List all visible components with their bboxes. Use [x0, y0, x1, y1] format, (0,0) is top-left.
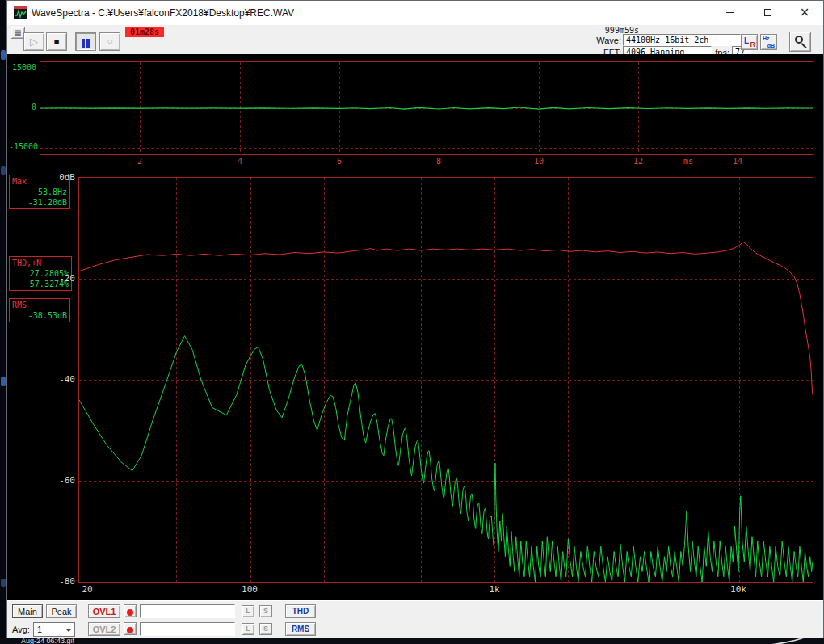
desktop-background: WaveSpectra - C:¥Users¥falconFX2018¥Desk…	[0, 0, 824, 644]
rms-label: RMS	[12, 300, 67, 310]
waveform-plot	[40, 61, 813, 155]
grid-icon: ▦	[14, 28, 21, 37]
red-dot-icon	[127, 609, 133, 616]
magnifier-icon	[790, 32, 810, 51]
waveform-y-label: -15000	[9, 142, 36, 151]
play-button[interactable]: ▷	[23, 32, 44, 51]
waveform-x-tick: 6	[331, 157, 347, 166]
wave-label: Wave:	[591, 36, 621, 45]
waveform-x-tick: 14	[729, 157, 746, 166]
spectrum-y-label: -60	[40, 475, 75, 486]
display-area: 15000 0 -15000 2 4 6 8 10 12 14 ms Max 5…	[7, 54, 823, 600]
rms-readout: RMS -38.53dB	[9, 298, 70, 322]
rms-button[interactable]: RMS	[285, 622, 316, 636]
close-button[interactable]: ×	[786, 1, 823, 24]
settings-button[interactable]	[789, 32, 811, 52]
channel-l-icon: L	[744, 36, 749, 45]
spectrum-x-tick: 20	[75, 584, 99, 595]
thd-button[interactable]: THD	[285, 604, 316, 618]
max-frequency-value: 53.8Hz	[12, 187, 67, 197]
avg-value: 1	[37, 625, 42, 634]
spectrum-y-label: -20	[40, 273, 75, 284]
waveform-panel: 15000 0 -15000 2 4 6 8 10 12 14 ms	[7, 54, 823, 170]
wave-format-display: 44100Hz 16bit 2ch	[623, 34, 741, 46]
spectrum-y-label: 0dB	[40, 172, 75, 183]
window-title: WaveSpectra - C:¥Users¥falconFX2018¥Desk…	[32, 7, 712, 19]
spectrum-x-tick: 100	[238, 584, 262, 595]
minimize-icon	[726, 12, 734, 13]
pause-icon	[81, 40, 90, 49]
waveform-x-tick: 10	[531, 157, 547, 166]
ovl1-record-dot-button[interactable]	[124, 604, 137, 617]
desktop-bottom-strip: Aug-24 06:43.gif	[0, 638, 824, 644]
axis-scale-button[interactable]: HzdB	[760, 34, 777, 50]
peak-button[interactable]: Peak	[46, 604, 77, 618]
ovl2-save-button[interactable]: S	[259, 623, 272, 635]
window-controls: ×	[712, 1, 823, 25]
ovl1-load-button[interactable]: L	[242, 605, 254, 617]
minimize-button[interactable]	[712, 1, 749, 24]
ovl2-button[interactable]: OVL2	[88, 622, 120, 636]
maximize-icon	[764, 9, 771, 16]
channel-lr-button[interactable]: LR	[741, 34, 758, 50]
spectrum-y-label: -40	[40, 374, 75, 385]
avg-dropdown[interactable]: 1	[33, 622, 75, 637]
record-icon: ○	[107, 36, 112, 47]
stop-icon: ■	[54, 36, 60, 46]
ovl1-comment-input[interactable]	[140, 604, 235, 618]
db-icon: dB	[767, 43, 775, 48]
ovl1-button[interactable]: OVL1	[88, 604, 120, 618]
toolbar: ▦ ▷ ■ ○ 01m28s 999m59s Wave: 44100Hz 16b…	[7, 25, 823, 54]
maximize-button[interactable]	[749, 1, 786, 24]
spectrum-plot	[78, 177, 813, 583]
waveform-x-tick: 8	[431, 157, 447, 166]
pause-button[interactable]	[75, 32, 96, 51]
ovl2-record-dot-button[interactable]	[124, 622, 137, 635]
avg-label: Avg:	[12, 625, 30, 634]
waveform-x-tick: 2	[132, 157, 148, 166]
waveform-x-tick: 12	[630, 157, 646, 166]
rms-value: -38.53dB	[12, 310, 67, 321]
desktop-icon-sliver	[1, 166, 6, 175]
title-bar: WaveSpectra - C:¥Users¥falconFX2018¥Desk…	[7, 1, 823, 25]
elapsed-time-display: 01m28s	[125, 27, 164, 37]
ovl1-save-button[interactable]: S	[259, 605, 272, 617]
desktop-icon-sliver	[1, 50, 6, 60]
thd-label: THD,+N	[12, 258, 69, 268]
spectrum-x-tick: 10k	[726, 584, 750, 595]
wavespectra-window: WaveSpectra - C:¥Users¥falconFX2018¥Desk…	[6, 0, 824, 638]
chevron-down-icon	[65, 629, 72, 635]
waveform-y-label: 0	[9, 103, 36, 112]
spectrum-canvas	[79, 178, 813, 582]
stop-button[interactable]: ■	[46, 32, 67, 51]
waveform-x-tick: 4	[232, 157, 248, 166]
ms-unit-label: ms	[680, 157, 696, 166]
close-icon: ×	[800, 6, 810, 19]
waveform-y-label: 15000	[9, 63, 36, 72]
control-bar: Main Peak OVL1 L S THD Avg: 1 OVL2 L S R…	[7, 600, 823, 639]
spectrum-panel: Max 53.8Hz -31.20dB THD,+N 27.2805% 57.3…	[7, 170, 823, 600]
desktop-filename: Aug-24 06:43.gif	[21, 638, 74, 644]
app-icon	[14, 6, 27, 19]
hz-icon: Hz	[763, 36, 770, 41]
record-button[interactable]: ○	[99, 32, 120, 51]
wallpaper-swirl	[684, 638, 815, 644]
ovl2-load-button[interactable]: L	[242, 623, 254, 635]
desktop-icon-sliver	[1, 579, 6, 587]
red-dot-icon	[127, 627, 133, 633]
spectrum-x-tick: 1k	[482, 584, 507, 595]
spectrum-y-label: -80	[40, 576, 75, 587]
max-level-value: -31.20dB	[12, 197, 67, 208]
channel-r-icon: R	[750, 40, 756, 48]
ovl2-comment-input[interactable]	[140, 622, 235, 636]
waveform-canvas	[40, 62, 813, 154]
play-icon: ▷	[30, 36, 38, 48]
main-button[interactable]: Main	[12, 604, 43, 618]
desktop-icon-sliver	[1, 377, 6, 386]
